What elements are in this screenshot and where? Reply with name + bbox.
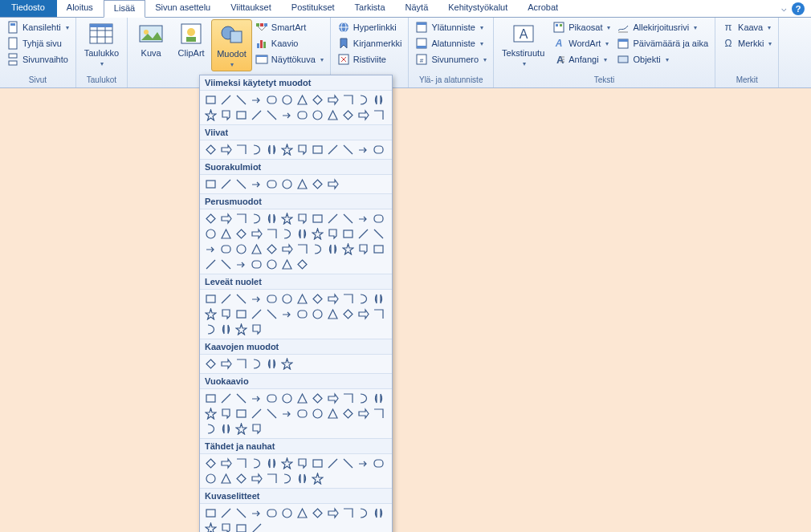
shape-item[interactable] [310,307,325,322]
btn-anfangi[interactable]: A Anfangi▾ [549,51,613,67]
shape-item[interactable] [203,471,218,486]
shape-item[interactable] [310,456,325,471]
shape-item[interactable] [356,456,371,471]
shape-item[interactable] [356,226,371,242]
shape-item[interactable] [249,242,264,257]
shape-item[interactable] [203,322,218,337]
shape-item[interactable] [340,406,356,421]
shape-item[interactable] [234,257,249,272]
shape-item[interactable] [234,142,249,157]
shape-item[interactable] [218,291,234,307]
shape-item[interactable] [295,406,310,421]
shape-item[interactable] [340,142,356,157]
shape-item[interactable] [325,226,340,242]
shape-item[interactable] [325,456,340,471]
tab-viittaukset[interactable]: Viittaukset [221,0,282,17]
btn-wordart[interactable]: A WordArt▾ [549,35,613,51]
shape-item[interactable] [310,226,325,242]
shape-item[interactable] [340,506,356,521]
btn-pikaosat[interactable]: Pikaosat▾ [549,19,613,35]
shape-item[interactable] [356,406,371,421]
shape-item[interactable] [279,257,295,272]
shape-item[interactable] [295,307,310,322]
btn-taulukko[interactable]: Taulukko▾ [79,19,124,70]
shape-item[interactable] [295,142,310,157]
shape-item[interactable] [218,471,234,486]
shape-item[interactable] [371,226,386,242]
shape-item[interactable] [234,506,249,521]
btn-ristiviite[interactable]: Ristiviite [334,51,406,67]
shape-item[interactable] [279,226,295,242]
btn-merkki[interactable]: Ω Merkki▾ [719,35,775,51]
shape-item[interactable] [279,391,295,406]
btn-tyhja-sivu[interactable]: Tyhjä sivu [3,35,72,51]
shape-item[interactable] [295,108,310,123]
shape-item[interactable] [264,92,279,108]
help-icon[interactable]: ? [792,2,805,15]
shape-item[interactable] [234,391,249,406]
tab-acrobat[interactable]: Acrobat [518,0,569,17]
shape-item[interactable] [218,356,234,372]
shape-item[interactable] [203,421,218,437]
shape-item[interactable] [325,177,340,192]
shape-item[interactable] [310,142,325,157]
shape-item[interactable] [279,92,295,108]
shape-item[interactable] [310,406,325,421]
shape-item[interactable] [340,211,356,226]
btn-kansilehti[interactable]: Kansilehti▾ [3,19,72,35]
shape-item[interactable] [295,471,310,486]
btn-alatunniste[interactable]: Alatunniste▾ [412,35,490,51]
shape-item[interactable] [234,406,249,421]
shape-item[interactable] [356,307,371,322]
shape-item[interactable] [218,421,234,437]
shape-item[interactable] [234,211,249,226]
shape-item[interactable] [264,142,279,157]
shape-item[interactable] [340,108,356,123]
shape-item[interactable] [203,211,218,226]
shape-item[interactable] [356,391,371,406]
tab-postitukset[interactable]: Postitukset [282,0,345,17]
shape-item[interactable] [325,506,340,521]
shape-item[interactable] [325,211,340,226]
shape-item[interactable] [340,391,356,406]
shape-item[interactable] [264,226,279,242]
shape-item[interactable] [340,242,356,257]
shape-item[interactable] [203,226,218,242]
shape-item[interactable] [371,108,386,123]
shape-item[interactable] [264,391,279,406]
shape-item[interactable] [203,356,218,372]
shape-item[interactable] [203,257,218,272]
shape-item[interactable] [279,471,295,486]
shape-item[interactable] [249,177,264,192]
shape-item[interactable] [295,291,310,307]
shape-item[interactable] [310,242,325,257]
shape-item[interactable] [310,471,325,486]
shape-item[interactable] [371,142,386,157]
shape-item[interactable] [203,242,218,257]
shape-item[interactable] [295,391,310,406]
shape-item[interactable] [279,406,295,421]
shape-item[interactable] [249,226,264,242]
shape-item[interactable] [279,307,295,322]
shape-item[interactable] [325,242,340,257]
shape-item[interactable] [295,506,310,521]
shape-item[interactable] [264,257,279,272]
shape-item[interactable] [218,456,234,471]
shape-item[interactable] [295,257,310,272]
btn-objekti[interactable]: Objekti▾ [613,51,711,67]
tab-nayta[interactable]: Näytä [396,0,439,17]
shape-item[interactable] [264,471,279,486]
shape-item[interactable] [264,242,279,257]
shape-item[interactable] [218,506,234,521]
btn-allekirjoitusrivi[interactable]: Allekirjoitusrivi▾ [613,19,711,35]
tab-aloitus[interactable]: Aloitus [57,0,104,17]
tab-lisaa[interactable]: Lisää [104,0,145,18]
shape-item[interactable] [218,257,234,272]
shape-item[interactable] [310,108,325,123]
tab-sivun-asettelu[interactable]: Sivun asettelu [145,0,221,17]
shape-item[interactable] [203,506,218,521]
tab-kehitystyokalut[interactable]: Kehitystyökalut [438,0,518,17]
shape-item[interactable] [264,356,279,372]
shape-item[interactable] [218,391,234,406]
shape-item[interactable] [356,506,371,521]
